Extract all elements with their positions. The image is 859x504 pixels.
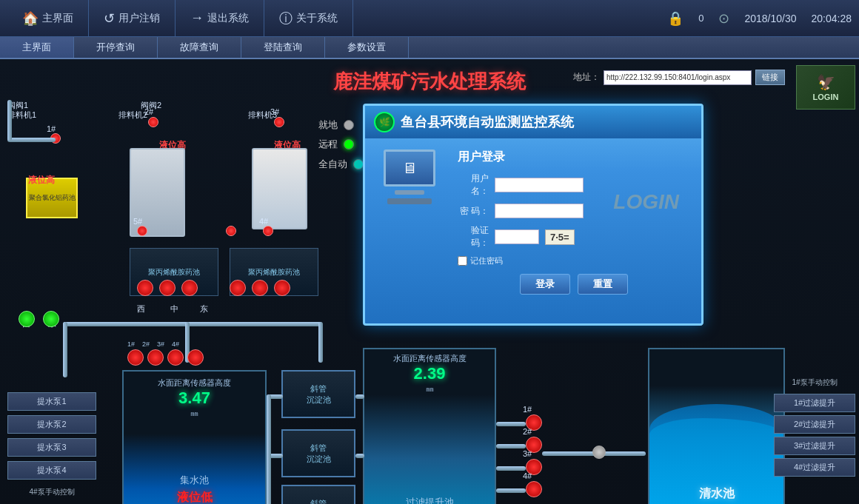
collect-pump-2[interactable] [147, 349, 164, 366]
local-label: 就地 [318, 118, 338, 132]
pump-w1[interactable] [137, 280, 153, 296]
nav-logout[interactable]: ↺ 用户注销 [89, 0, 176, 36]
dialog-form: 用户登录 LOGIN 用户名： 密 码： 验证码： 7·5= 记住密 [458, 149, 690, 295]
valve-num-4: 4# [259, 217, 268, 226]
valve-2[interactable] [148, 117, 158, 127]
pump-btn-2[interactable]: 提水泵2 [7, 415, 96, 434]
collect-pump-row [127, 349, 204, 366]
dlg-login-button[interactable]: 登录 [520, 274, 570, 295]
remember-label: 记住密码 [470, 255, 503, 266]
collect-pool: 1# 2# 3# 4# 水面距离传感器高度 3.47 ㎜ 集水池 液位低 总高5… [122, 370, 267, 504]
address-input[interactable] [604, 70, 752, 85]
pipe-filter-out-2 [496, 444, 526, 448]
main-area: 鹿洼煤矿污水处理系统 地址： 链接 🦅 LOGIN 就地 远程 全自动 设置 🌿… [0, 59, 859, 504]
dlg-reset-button[interactable]: 重置 [578, 274, 628, 295]
username-label: 用户名： [458, 172, 489, 198]
valve-5[interactable] [137, 226, 147, 236]
pump-btn-1[interactable]: 提水泵1 [7, 392, 96, 411]
login-dialog: 🌿 鱼台县环境自动监测监控系统 🖥 用户登录 LOGIN 用户名： 密 码： [363, 104, 703, 326]
pump-w2[interactable] [159, 280, 176, 296]
password-input[interactable] [495, 204, 584, 218]
pump-e1[interactable] [230, 280, 246, 296]
pump-e3[interactable] [274, 280, 290, 296]
dialog-logo: 🌿 [374, 112, 395, 132]
captcha-input[interactable] [495, 229, 539, 244]
nav-right-area: 🔒 0 ⊙ 2018/10/30 20:04:28 [667, 10, 852, 27]
valve-num-1: 1# [47, 124, 56, 133]
collect-pool-name-label: 集水池 [124, 473, 265, 487]
right-ctrl-1[interactable]: 1#过滤提升 [774, 394, 855, 412]
pump-btn-3[interactable]: 提水泵3 [7, 438, 96, 457]
nav-fault[interactable]: 故障查询 [158, 37, 241, 58]
computer-screen: 🖥 [384, 149, 435, 187]
filter-unit: ㎜ [364, 383, 495, 394]
cpn-1: 1# [127, 340, 135, 348]
nav-about[interactable]: ⓘ 关于系统 [264, 0, 353, 36]
nav-open-stop[interactable]: 开停查询 [74, 37, 158, 58]
nav-about-label: 关于系统 [296, 12, 338, 25]
pump-btn-4[interactable]: 提水泵4 [7, 461, 96, 480]
address-bar: 地址： 链接 [573, 70, 785, 85]
collect-pump-3[interactable] [167, 349, 184, 366]
nav-home[interactable]: 🏠 主界面 [7, 0, 89, 36]
right-ctrl-3[interactable]: 3#过滤提升 [774, 437, 855, 455]
collect-pump-4[interactable] [187, 349, 204, 366]
right-ctrl-2[interactable]: 2#过滤提升 [774, 415, 855, 434]
cpn-4: 4# [172, 340, 179, 348]
west-label: 西 [137, 303, 145, 315]
captcha-row: 验证码： 7·5= [458, 224, 690, 249]
pipe-filter-out-1 [496, 422, 526, 426]
nav-time: 20:04:28 [812, 13, 852, 24]
nav-login-query[interactable]: 登陆查询 [241, 37, 325, 58]
center-label: 中 [170, 303, 178, 315]
remember-checkbox[interactable] [458, 256, 467, 266]
pipe-v-1 [7, 100, 12, 141]
filter-pump-3-label: 3# [523, 449, 532, 458]
valve-4b[interactable] [226, 226, 236, 236]
filter-pool: 水面距离传感器高度 2.39 ㎜ 过滤提升池 总高5米 [363, 348, 496, 504]
valve-num-2: 2# [144, 107, 153, 116]
east-label: 东 [200, 303, 208, 315]
captcha-label: 验证码： [458, 224, 489, 249]
dialog-form-title: 用户登录 [458, 149, 690, 165]
lock-icon: 🔒 [667, 10, 683, 27]
pool-polyprop-2-label: 聚丙烯酰胺药池 [248, 267, 300, 278]
collect-pool-name: 集水池 [180, 474, 209, 485]
filter-pump-4[interactable] [526, 481, 542, 497]
computer-illustration: 🖥 [376, 149, 443, 295]
gate-valve-main[interactable] [592, 446, 606, 459]
pump-w3[interactable] [181, 280, 198, 296]
valve-3[interactable] [274, 117, 284, 127]
username-input[interactable] [495, 178, 584, 192]
valve-4c[interactable] [263, 226, 273, 236]
motor-west[interactable] [19, 311, 35, 327]
computer-base [387, 198, 432, 204]
level-high-yellow: 液位高 [28, 174, 55, 187]
auto-label: 全自动 [318, 158, 347, 171]
collect-pump-1[interactable] [127, 349, 144, 366]
filter-sensor-label: 水面距离传感器高度 [364, 349, 495, 364]
status-dot-remote [344, 139, 354, 149]
filter-pump-1-label: 1# [523, 405, 532, 414]
nav-exit[interactable]: → 退出系统 [176, 0, 264, 36]
motor-east[interactable] [43, 311, 59, 327]
nav-params[interactable]: 参数设置 [325, 37, 409, 58]
collect-unit: ㎜ [124, 408, 265, 419]
monitor-icon: 🖥 [402, 160, 417, 177]
pipe-s1-f [355, 394, 364, 399]
login-ghost-text: LOGIN [613, 190, 679, 214]
pump-e2[interactable] [252, 280, 268, 296]
login-panel[interactable]: 🦅 LOGIN [796, 65, 855, 110]
filter-pool-name-label: 过滤提升池 [364, 495, 495, 504]
link-button[interactable]: 链接 [755, 70, 785, 85]
chemical-pool-label: 聚合氯化铝药池 [29, 194, 76, 203]
login-bird-icon: 🦅 [817, 73, 835, 91]
filter-value: 2.39 [364, 364, 495, 383]
right-ctrl-4[interactable]: 4#过滤提升 [774, 458, 855, 477]
captcha-display: 7·5= [545, 229, 575, 245]
pipe-s2-f [355, 454, 364, 458]
pipe-h-1 [7, 138, 56, 142]
info-icon: ⓘ [279, 10, 293, 27]
dialog-buttons: 登录 重置 [458, 274, 690, 295]
nav-main[interactable]: 主界面 [0, 37, 74, 58]
